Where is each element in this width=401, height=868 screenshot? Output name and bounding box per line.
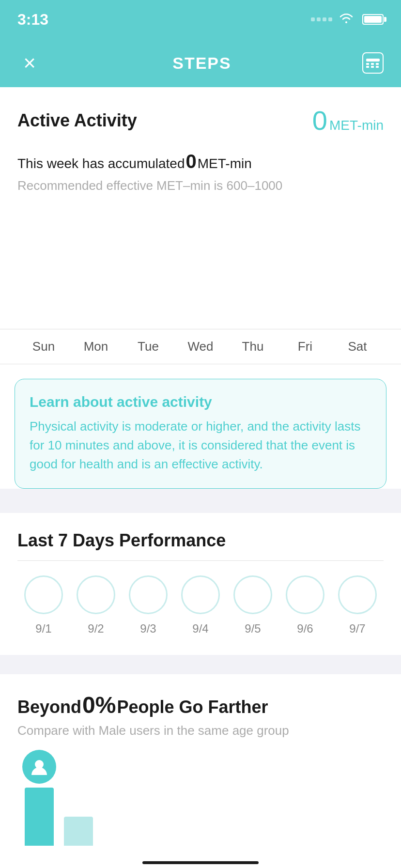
day-date-1: 9/1 bbox=[24, 622, 63, 636]
home-indicator bbox=[142, 861, 259, 864]
days-circles-row bbox=[17, 575, 384, 614]
wifi-icon bbox=[338, 12, 355, 27]
day-circle-7 bbox=[338, 575, 377, 614]
activity-title: Active Activity bbox=[17, 110, 137, 131]
page-header: × STEPS bbox=[0, 39, 401, 87]
day-circle-2 bbox=[77, 575, 115, 614]
activity-chart bbox=[17, 203, 384, 329]
day-circle-4 bbox=[181, 575, 220, 614]
comparison-bar-group bbox=[64, 817, 93, 846]
section-divider-1 bbox=[0, 503, 401, 513]
day-date-3: 9/3 bbox=[129, 622, 168, 636]
day-date-7: 9/7 bbox=[338, 622, 377, 636]
status-icons bbox=[311, 12, 384, 27]
user-avatar bbox=[22, 750, 56, 784]
section-line-1 bbox=[17, 560, 384, 561]
day-circle-5 bbox=[233, 575, 272, 614]
info-card-text: Physical activity is moderate or higher,… bbox=[30, 417, 371, 474]
day-circle-1 bbox=[24, 575, 63, 614]
signal-icon bbox=[311, 17, 332, 21]
calendar-button[interactable] bbox=[362, 52, 384, 74]
calendar-grid-icon bbox=[366, 63, 380, 68]
close-button[interactable]: × bbox=[17, 51, 42, 75]
beyond-value: 0% bbox=[82, 692, 116, 718]
status-bar: 3:13 bbox=[0, 0, 401, 39]
day-date-6: 9/6 bbox=[286, 622, 324, 636]
battery-icon bbox=[362, 14, 384, 25]
day-label-tue: Tue bbox=[129, 339, 168, 354]
day-label-mon: Mon bbox=[77, 339, 115, 354]
accumulated-suffix: MET-min bbox=[198, 156, 252, 171]
calendar-icon bbox=[366, 59, 380, 62]
day-circle-3 bbox=[129, 575, 168, 614]
day-label-sun: Sun bbox=[24, 339, 63, 354]
day-label-wed: Wed bbox=[181, 339, 220, 354]
status-time: 3:13 bbox=[17, 11, 48, 29]
user-bar bbox=[25, 788, 54, 846]
day-circle-6 bbox=[286, 575, 324, 614]
day-labels-row: Sun Mon Tue Wed Thu Fri Sat bbox=[0, 329, 401, 364]
beyond-prefix: Beyond bbox=[17, 697, 81, 717]
beyond-subtitle: Compare with Male users in the same age … bbox=[17, 723, 384, 738]
last7-title: Last 7 Days Performance bbox=[17, 530, 384, 551]
section-divider-2 bbox=[0, 655, 401, 665]
day-date-4: 9/4 bbox=[181, 622, 220, 636]
day-label-sat: Sat bbox=[338, 339, 377, 354]
user-bar-group bbox=[22, 750, 56, 846]
activity-header: Active Activity 0 MET-min bbox=[17, 105, 384, 136]
last7-section: Last 7 Days Performance 9/1 9/2 9/3 9/4 … bbox=[0, 513, 401, 655]
page-title: STEPS bbox=[42, 54, 362, 73]
day-date-5: 9/5 bbox=[233, 622, 272, 636]
recommended-text: Recommended effective MET–min is 600–100… bbox=[17, 178, 384, 193]
main-content: Active Activity 0 MET-min This week has … bbox=[0, 87, 401, 489]
day-date-2: 9/2 bbox=[77, 622, 115, 636]
day-dates-row: 9/1 9/2 9/3 9/4 9/5 9/6 9/7 bbox=[17, 622, 384, 636]
activity-unit: MET-min bbox=[329, 118, 384, 133]
day-label-thu: Thu bbox=[233, 339, 272, 354]
info-card-title: Learn about active activity bbox=[30, 394, 371, 410]
beyond-section: Beyond 0% People Go Farther Compare with… bbox=[0, 674, 401, 846]
beyond-suffix: People Go Farther bbox=[117, 697, 268, 717]
accumulated-value: 0 bbox=[186, 151, 197, 172]
bottom-bar bbox=[0, 846, 401, 868]
activity-value-display: 0 MET-min bbox=[312, 105, 384, 136]
beyond-title: Beyond 0% People Go Farther bbox=[17, 692, 384, 718]
info-card: Learn about active activity Physical act… bbox=[15, 379, 386, 489]
activity-number: 0 bbox=[312, 105, 327, 136]
day-label-fri: Fri bbox=[286, 339, 324, 354]
accumulated-text: This week has accumulated 0 MET-min bbox=[17, 151, 384, 172]
activity-section: Active Activity 0 MET-min This week has … bbox=[0, 87, 401, 329]
comparison-bar bbox=[64, 817, 93, 846]
accumulated-prefix: This week has accumulated bbox=[17, 156, 185, 171]
